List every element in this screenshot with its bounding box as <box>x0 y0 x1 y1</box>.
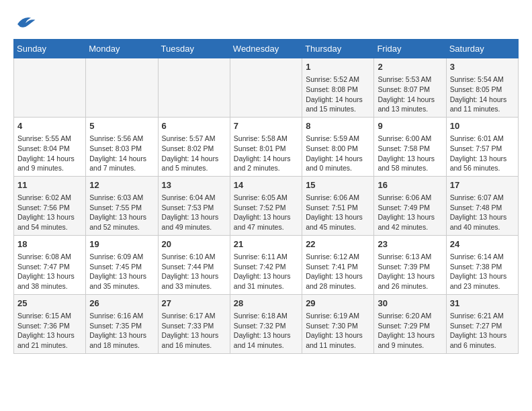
day-info: and 18 minutes. <box>89 340 154 351</box>
day-info: Sunrise: 5:59 AM <box>306 134 370 144</box>
day-info: and 21 minutes. <box>17 340 82 351</box>
day-info: and 11 minutes. <box>306 340 370 351</box>
calendar-cell: 30Sunrise: 6:20 AMSunset: 7:29 PMDayligh… <box>374 294 446 353</box>
day-info: Sunset: 7:39 PM <box>378 262 442 272</box>
day-number: 21 <box>234 238 298 250</box>
day-info: and 13 minutes. <box>378 104 442 114</box>
day-info: Daylight: 13 hours <box>306 271 370 281</box>
day-number: 11 <box>17 179 82 191</box>
calendar-cell: 19Sunrise: 6:09 AMSunset: 7:45 PMDayligh… <box>86 235 158 294</box>
calendar-cell: 17Sunrise: 6:07 AMSunset: 7:48 PMDayligh… <box>446 176 518 235</box>
weekday-header-friday: Friday <box>374 40 446 58</box>
day-info: and 49 minutes. <box>162 222 226 232</box>
day-info: and 15 minutes. <box>306 104 370 114</box>
day-info: Sunrise: 6:19 AM <box>306 311 370 321</box>
day-info: Daylight: 13 hours <box>450 212 515 222</box>
week-row-4: 18Sunrise: 6:08 AMSunset: 7:47 PMDayligh… <box>14 235 519 294</box>
day-info: Sunset: 7:58 PM <box>378 144 442 154</box>
day-info: Sunset: 8:03 PM <box>89 144 154 154</box>
day-number: 9 <box>378 120 442 132</box>
weekday-header-monday: Monday <box>86 40 158 58</box>
day-number: 24 <box>450 238 515 250</box>
day-number: 15 <box>306 179 370 191</box>
day-info: Daylight: 13 hours <box>17 212 82 222</box>
day-number: 31 <box>450 298 515 310</box>
day-info: Sunrise: 6:00 AM <box>378 134 442 144</box>
day-number: 16 <box>378 179 442 191</box>
day-info: Sunset: 7:30 PM <box>306 321 370 331</box>
calendar-cell: 25Sunrise: 6:15 AMSunset: 7:36 PMDayligh… <box>14 294 86 353</box>
calendar-cell: 6Sunrise: 5:57 AMSunset: 8:02 PMDaylight… <box>158 117 230 176</box>
day-info: and 58 minutes. <box>378 163 442 173</box>
day-number: 29 <box>306 298 370 310</box>
day-info: Sunrise: 6:01 AM <box>450 134 515 144</box>
calendar-body: 1Sunrise: 5:52 AMSunset: 8:08 PMDaylight… <box>14 58 519 354</box>
day-info: Daylight: 14 hours <box>306 154 370 164</box>
day-info: Daylight: 14 hours <box>234 154 298 164</box>
day-info: Sunrise: 6:06 AM <box>306 193 370 203</box>
calendar-table: SundayMondayTuesdayWednesdayThursdayFrid… <box>13 39 519 354</box>
day-info: Sunrise: 5:58 AM <box>234 134 298 144</box>
calendar-cell: 24Sunrise: 6:14 AMSunset: 7:38 PMDayligh… <box>446 235 518 294</box>
day-info: Daylight: 13 hours <box>162 212 226 222</box>
calendar-cell: 27Sunrise: 6:17 AMSunset: 7:33 PMDayligh… <box>158 294 230 353</box>
calendar-cell: 22Sunrise: 6:12 AMSunset: 7:41 PMDayligh… <box>302 235 374 294</box>
day-info: Sunrise: 6:07 AM <box>450 193 515 203</box>
day-number: 23 <box>378 238 442 250</box>
day-info: Daylight: 13 hours <box>378 154 442 164</box>
day-number: 2 <box>378 61 442 73</box>
calendar-cell: 29Sunrise: 6:19 AMSunset: 7:30 PMDayligh… <box>302 294 374 353</box>
day-number: 22 <box>306 238 370 250</box>
day-info: and 2 minutes. <box>234 163 298 173</box>
weekday-header-saturday: Saturday <box>446 40 518 58</box>
calendar-cell: 1Sunrise: 5:52 AMSunset: 8:08 PMDaylight… <box>302 58 374 118</box>
day-info: Daylight: 13 hours <box>378 212 442 222</box>
day-info: Daylight: 13 hours <box>89 212 154 222</box>
day-number: 19 <box>89 238 154 250</box>
day-info: Sunset: 8:08 PM <box>306 85 370 95</box>
calendar-cell: 21Sunrise: 6:11 AMSunset: 7:42 PMDayligh… <box>230 235 302 294</box>
day-info: and 28 minutes. <box>306 281 370 291</box>
day-info: Sunset: 7:51 PM <box>306 203 370 213</box>
day-info: Daylight: 14 hours <box>306 95 370 105</box>
day-info: Sunset: 7:53 PM <box>162 203 226 213</box>
day-info: Daylight: 13 hours <box>17 271 82 281</box>
calendar-cell: 26Sunrise: 6:16 AMSunset: 7:35 PMDayligh… <box>86 294 158 353</box>
day-info: and 6 minutes. <box>450 340 515 351</box>
day-info: Sunset: 7:38 PM <box>450 262 515 272</box>
day-info: Sunset: 7:48 PM <box>450 203 515 213</box>
day-info: Sunrise: 5:52 AM <box>306 75 370 85</box>
day-info: Daylight: 13 hours <box>162 271 226 281</box>
day-number: 13 <box>162 179 226 191</box>
week-row-5: 25Sunrise: 6:15 AMSunset: 7:36 PMDayligh… <box>14 294 519 353</box>
day-info: Daylight: 13 hours <box>234 271 298 281</box>
calendar-cell: 8Sunrise: 5:59 AMSunset: 8:00 PMDaylight… <box>302 117 374 176</box>
calendar-cell: 7Sunrise: 5:58 AMSunset: 8:01 PMDaylight… <box>230 117 302 176</box>
day-info: Sunrise: 6:14 AM <box>450 252 515 262</box>
day-info: Sunrise: 6:18 AM <box>234 311 298 321</box>
calendar-cell: 18Sunrise: 6:08 AMSunset: 7:47 PMDayligh… <box>14 235 86 294</box>
day-info: Sunset: 8:02 PM <box>162 144 226 154</box>
day-info: Sunset: 7:42 PM <box>234 262 298 272</box>
calendar-cell: 3Sunrise: 5:54 AMSunset: 8:05 PMDaylight… <box>446 58 518 118</box>
week-row-1: 1Sunrise: 5:52 AMSunset: 8:08 PMDaylight… <box>14 58 519 118</box>
calendar-header: SundayMondayTuesdayWednesdayThursdayFrid… <box>14 40 519 58</box>
day-info: and 54 minutes. <box>17 222 82 232</box>
day-info: Sunset: 7:29 PM <box>378 321 442 331</box>
logo <box>13 13 36 32</box>
day-info: and 23 minutes. <box>450 281 515 291</box>
day-info: and 40 minutes. <box>450 222 515 232</box>
day-info: Daylight: 13 hours <box>89 330 154 340</box>
day-info: and 33 minutes. <box>162 281 226 291</box>
day-info: Daylight: 13 hours <box>17 330 82 340</box>
day-info: Sunset: 7:44 PM <box>162 262 226 272</box>
day-info: Sunset: 7:49 PM <box>378 203 442 213</box>
day-number: 8 <box>306 120 370 132</box>
day-info: Sunrise: 6:15 AM <box>17 311 82 321</box>
weekday-header-tuesday: Tuesday <box>158 40 230 58</box>
day-info: Sunset: 8:04 PM <box>17 144 82 154</box>
day-number: 18 <box>17 238 82 250</box>
week-row-2: 4Sunrise: 5:55 AMSunset: 8:04 PMDaylight… <box>14 117 519 176</box>
day-number: 28 <box>234 298 298 310</box>
day-info: Sunset: 8:01 PM <box>234 144 298 154</box>
